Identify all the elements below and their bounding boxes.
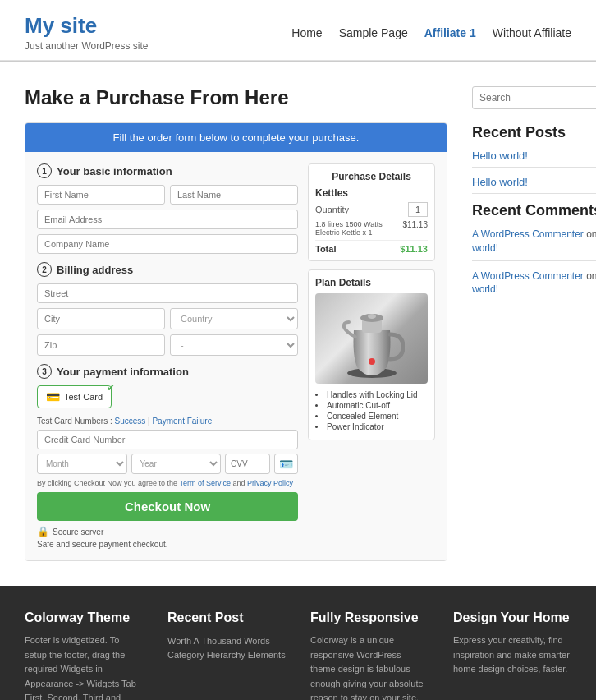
step1-title: 1 Your basic information xyxy=(37,163,298,178)
main-nav: Home Sample Page Affiliate 1 Without Aff… xyxy=(291,26,571,39)
checkout-button[interactable]: Checkout Now xyxy=(37,492,298,521)
country-select[interactable]: Country xyxy=(170,308,298,329)
step2-circle: 2 xyxy=(37,262,52,277)
comment-item-2: A WordPress Commenter on Hello world! xyxy=(472,269,596,297)
recent-posts-title: Recent Posts xyxy=(472,124,596,141)
svg-point-3 xyxy=(368,314,376,319)
nav-sample-page[interactable]: Sample Page xyxy=(339,26,408,39)
feature-item: Automatic Cut-off xyxy=(315,401,428,410)
card-check-icon: ✔ xyxy=(107,382,115,394)
recent-comments-title: Recent Comments xyxy=(472,202,596,219)
form-header: Fill the order form below to complete yo… xyxy=(25,123,447,152)
zip-input[interactable] xyxy=(37,334,165,356)
step3-circle: 3 xyxy=(37,364,52,379)
step3-title: 3 Your payment information xyxy=(37,364,298,379)
last-name-input[interactable] xyxy=(170,185,298,205)
terms-of-service-link[interactable]: Term of Service xyxy=(179,479,231,487)
quantity-value: 1 xyxy=(408,202,428,217)
commenter-2[interactable]: A WordPress Commenter xyxy=(472,270,584,282)
feature-item: Handles with Locking Lid xyxy=(315,390,428,399)
privacy-policy-link[interactable]: Privacy Policy xyxy=(247,479,293,487)
safe-text: Safe and secure payment checkout. xyxy=(37,540,298,549)
plan-details: Plan Details xyxy=(308,269,435,440)
year-select[interactable]: Year xyxy=(131,454,222,474)
nav-home[interactable]: Home xyxy=(291,26,322,39)
step2-title: 2 Billing address xyxy=(37,262,298,277)
product-desc: 1.8 litres 1500 Watts Electric Kettle x … xyxy=(315,220,402,237)
footer-col-3: Fully Responsive Colorway is a unique re… xyxy=(310,610,429,700)
email-input[interactable] xyxy=(37,210,298,229)
city-input[interactable] xyxy=(37,308,165,329)
footer-col-1: Colorway Theme Footer is widgetized. To … xyxy=(25,610,143,700)
terms-text: By clicking Checkout Now you agree to th… xyxy=(37,479,298,487)
footer-link-2[interactable]: Category Hierarchy Elements xyxy=(167,650,286,660)
recent-post-2[interactable]: Hello world! xyxy=(472,176,596,188)
product-price: $11.13 xyxy=(402,220,428,237)
sidebar: 🔍 Recent Posts Hello world! Hello world!… xyxy=(472,86,596,561)
company-input[interactable] xyxy=(37,234,298,254)
card-icon: 💳 xyxy=(46,390,60,403)
month-select[interactable]: Month xyxy=(37,454,127,474)
feature-item: Power Indicator xyxy=(315,422,428,431)
recent-post-1[interactable]: Hello world! xyxy=(472,150,596,162)
total-price: $11.13 xyxy=(400,244,428,254)
lock-icon: 🔒 xyxy=(37,526,49,537)
test-card-links: Test Card Numbers : Success | Payment Fa… xyxy=(37,417,298,426)
nav-without-affiliate[interactable]: Without Affiliate xyxy=(493,26,571,39)
order-form: Fill the order form below to complete yo… xyxy=(25,122,447,561)
svg-point-4 xyxy=(369,358,375,365)
footer-col-2: Recent Post Worth A Thousand Words Categ… xyxy=(167,610,286,700)
feature-item: Concealed Element xyxy=(315,412,428,421)
product-name: Kettles xyxy=(315,187,428,199)
site-title: My site xyxy=(25,13,149,39)
footer-link-1[interactable]: Worth A Thousand Words xyxy=(167,636,270,646)
test-card-success-link[interactable]: Success xyxy=(114,417,145,426)
zip-ext-select[interactable]: - xyxy=(170,334,298,356)
quantity-label: Quantity xyxy=(315,205,349,214)
page-title: Make a Purchase From Here xyxy=(25,86,447,109)
search-box: 🔍 xyxy=(472,86,596,109)
credit-card-input[interactable] xyxy=(37,430,298,449)
search-input[interactable] xyxy=(479,92,596,104)
test-card-button[interactable]: 💳 Test Card ✔ xyxy=(37,385,112,408)
street-input[interactable] xyxy=(37,283,298,303)
commenter-1[interactable]: A WordPress Commenter xyxy=(472,228,584,240)
plan-features-list: Handles with Locking Lid Automatic Cut-o… xyxy=(315,390,428,431)
purchase-details: Purchase Details Kettles Quantity 1 1.8 … xyxy=(308,163,435,261)
cvv-icon: 🪪 xyxy=(274,454,298,474)
secure-label: Secure server xyxy=(53,527,103,537)
kettle-image xyxy=(315,293,428,384)
first-name-input[interactable] xyxy=(37,185,165,205)
step1-circle: 1 xyxy=(37,163,52,178)
total-label: Total xyxy=(315,244,336,254)
cvv-input[interactable] xyxy=(225,454,270,474)
test-card-failure-link[interactable]: Payment Failure xyxy=(152,417,212,426)
footer-col-4: Design Your Home Express your creativity… xyxy=(453,610,571,700)
comment-item-1: A WordPress Commenter on Hello world! xyxy=(472,228,596,256)
footer-main: Colorway Theme Footer is widgetized. To … xyxy=(0,586,596,700)
site-tagline: Just another WordPress site xyxy=(25,40,149,52)
nav-affiliate1[interactable]: Affiliate 1 xyxy=(424,26,476,39)
